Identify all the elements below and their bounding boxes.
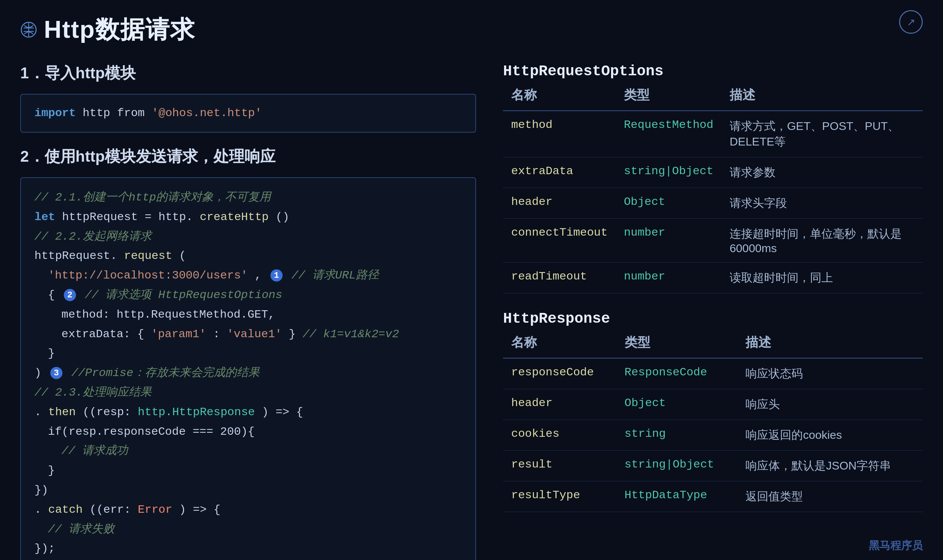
code-line-8: extraData: { 'param1' : 'value1' } // k1… — [34, 325, 462, 344]
cell-name: responseCode — [503, 358, 617, 389]
code-line-7: method: http.RequestMethod.GET, — [34, 305, 462, 325]
code-line-14: // 请求成功 — [34, 442, 462, 461]
cell-name: resultType — [503, 482, 617, 512]
cell-name: header — [503, 188, 616, 219]
code-line-5: 'http://localhost:3000/users' , 1 // 请求U… — [34, 266, 462, 286]
cell-name: method — [503, 111, 616, 157]
request-options-tbody: method RequestMethod 请求方式，GET、POST、PUT、D… — [503, 111, 923, 293]
main-layout: 1．导入http模块 import http from '@ohos.net.h… — [20, 63, 923, 560]
badge-3: 3 — [50, 367, 63, 379]
cell-desc: 请求头字段 — [721, 188, 923, 219]
cell-name: cookies — [503, 420, 617, 451]
section1-title: 1．导入http模块 — [20, 63, 476, 84]
page-header: Http数据请求 — [20, 14, 923, 46]
module-path: '@ohos.net.http' — [152, 107, 262, 120]
cell-name: extraData — [503, 157, 616, 188]
table-row: connectTimeout number 连接超时时间，单位毫秒，默认是600… — [503, 219, 923, 263]
response-table: 名称 类型 描述 responseCode ResponseCode 响应状态码… — [503, 327, 923, 512]
cell-desc: 请求方式，GET、POST、PUT、DELETE等 — [721, 111, 923, 157]
code-line-17: . catch ((err: Error ) => { — [34, 500, 462, 520]
section2-title: 2．使用http模块发送请求，处理响应 — [20, 146, 476, 167]
right-panel: HttpRequestOptions 名称 类型 描述 method Reque… — [503, 63, 923, 560]
cell-type: Object — [616, 188, 721, 219]
code-line-9: } — [34, 344, 462, 363]
page-icon — [20, 21, 37, 38]
import-keyword: import — [34, 107, 75, 120]
badge-2: 2 — [64, 289, 76, 301]
code-line-19: }); — [34, 539, 462, 558]
code-line-18: // 请求失败 — [34, 520, 462, 539]
code-line-11: // 2.3.处理响应结果 — [34, 383, 462, 403]
code-line-2: let httpRequest = http. createHttp () — [34, 208, 462, 227]
cell-type: HttpDataType — [617, 482, 738, 512]
col-desc-2: 描述 — [737, 327, 923, 358]
request-options-thead: 名称 类型 描述 — [503, 80, 923, 111]
cell-desc: 读取超时时间，同上 — [721, 263, 923, 293]
response-title: HttpResponse — [503, 310, 923, 327]
cell-desc: 响应体，默认是JSON字符串 — [737, 451, 923, 482]
cell-name: result — [503, 451, 617, 482]
table-row: readTimeout number 读取超时时间，同上 — [503, 263, 923, 293]
cell-type: number — [616, 263, 721, 293]
cell-desc: 返回值类型 — [737, 482, 923, 512]
table-row: header Object 响应头 — [503, 389, 923, 420]
code-line-3: // 2.2.发起网络请求 — [34, 227, 462, 247]
code-line-12: . then ((resp: http.HttpResponse ) => { — [34, 403, 462, 422]
table-row: result string|Object 响应体，默认是JSON字符串 — [503, 451, 923, 482]
table-row: cookies string 响应返回的cookies — [503, 420, 923, 451]
cell-name: readTimeout — [503, 263, 616, 293]
cell-desc: 响应返回的cookies — [737, 420, 923, 451]
response-thead: 名称 类型 描述 — [503, 327, 923, 358]
code-line-4: httpRequest. request ( — [34, 246, 462, 266]
response-header-row: 名称 类型 描述 — [503, 327, 923, 358]
left-panel: 1．导入http模块 import http from '@ohos.net.h… — [20, 63, 476, 560]
cell-desc: 请求参数 — [721, 157, 923, 188]
cell-name: connectTimeout — [503, 219, 616, 263]
col-name-1: 名称 — [503, 80, 616, 111]
request-options-table: 名称 类型 描述 method RequestMethod 请求方式，GET、P… — [503, 80, 923, 293]
col-type-1: 类型 — [616, 80, 721, 111]
cell-desc: 响应头 — [737, 389, 923, 420]
cell-desc: 响应状态码 — [737, 358, 923, 389]
cell-type: ResponseCode — [617, 358, 738, 389]
code-block-main: // 2.1.创建一个http的请求对象，不可复用 let httpReques… — [20, 177, 476, 560]
cell-type: RequestMethod — [616, 111, 721, 157]
code-line-13: if(resp.responseCode === 200){ — [34, 422, 462, 442]
cell-name: header — [503, 389, 617, 420]
from-keyword: from — [117, 107, 145, 120]
code-line-15: } — [34, 461, 462, 481]
table-row: resultType HttpDataType 返回值类型 — [503, 482, 923, 512]
col-type-2: 类型 — [617, 327, 738, 358]
request-options-title: HttpRequestOptions — [503, 63, 923, 80]
cell-type: number — [616, 219, 721, 263]
corner-icon: ↗ — [899, 10, 923, 34]
table-row: extraData string|Object 请求参数 — [503, 157, 923, 188]
code-block-import: import http from '@ohos.net.http' — [20, 94, 476, 133]
response-tbody: responseCode ResponseCode 响应状态码 header O… — [503, 358, 923, 512]
col-desc-1: 描述 — [721, 80, 923, 111]
cell-type: string|Object — [616, 157, 721, 188]
col-name-2: 名称 — [503, 327, 617, 358]
page-title: Http数据请求 — [44, 14, 195, 46]
request-options-header-row: 名称 类型 描述 — [503, 80, 923, 111]
cell-type: string — [617, 420, 738, 451]
watermark: 黑马程序员 — [869, 538, 923, 553]
cell-type: Object — [617, 389, 738, 420]
code-line-6: { 2 // 请求选项 HttpRequestOptions — [34, 286, 462, 305]
code-line-10: ) 3 //Promise：存放未来会完成的结果 — [34, 363, 462, 383]
table-row: method RequestMethod 请求方式，GET、POST、PUT、D… — [503, 111, 923, 157]
code-line-1: // 2.1.创建一个http的请求对象，不可复用 — [34, 188, 462, 208]
code-line-16: }) — [34, 481, 462, 500]
cell-type: string|Object — [617, 451, 738, 482]
badge-1: 1 — [271, 269, 283, 282]
table-row: responseCode ResponseCode 响应状态码 — [503, 358, 923, 389]
table-row: header Object 请求头字段 — [503, 188, 923, 219]
cell-desc: 连接超时时间，单位毫秒，默认是60000ms — [721, 219, 923, 263]
